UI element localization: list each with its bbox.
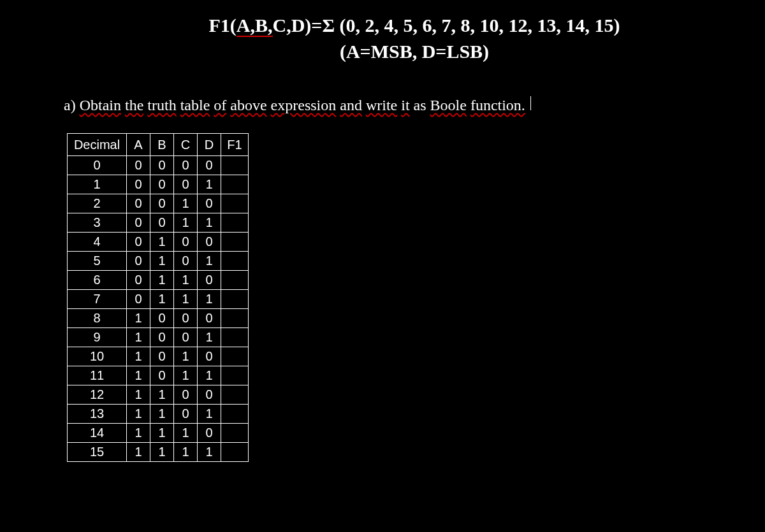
cell-c: 1: [174, 213, 198, 233]
cell-a: 1: [127, 385, 150, 405]
cell-d: 1: [198, 175, 221, 194]
cell-f1: [221, 309, 249, 328]
cell-c: 0: [174, 233, 198, 252]
cell-b: 1: [150, 252, 174, 271]
cell-a: 0: [127, 213, 150, 233]
table-row: 20010: [68, 194, 249, 213]
cell-f1: [221, 366, 249, 385]
cell-b: 0: [150, 309, 174, 328]
cell-c: 1: [174, 366, 198, 385]
cell-f1: [221, 233, 249, 252]
cell-a: 0: [127, 252, 150, 271]
cell-dec: 14: [68, 424, 127, 443]
title-block: F1(A,B,C,D)=Σ (0, 2, 4, 5, 6, 7, 8, 10, …: [64, 13, 727, 64]
truth-table-body: 00000 10001 20010 30011 40100 50101 6011…: [68, 156, 249, 462]
th-b: B: [150, 134, 174, 156]
cell-dec: 10: [68, 347, 127, 366]
question-word: it: [401, 97, 409, 113]
cell-d: 0: [198, 156, 221, 175]
cell-a: 1: [127, 424, 150, 443]
th-f1: F1: [221, 134, 249, 156]
cell-b: 0: [150, 328, 174, 347]
cell-b: 1: [150, 233, 174, 252]
th-decimal: Decimal: [68, 134, 127, 156]
question-word: table: [180, 97, 210, 113]
cell-c: 0: [174, 328, 198, 347]
table-row: 30011: [68, 213, 249, 233]
cell-f1: [221, 443, 249, 462]
cell-a: 0: [127, 194, 150, 213]
table-row: 81000: [68, 309, 249, 328]
cell-b: 1: [150, 443, 174, 462]
cell-a: 1: [127, 405, 150, 424]
question-word: of: [214, 97, 226, 113]
cell-a: 0: [127, 271, 150, 290]
question-word: expression: [271, 97, 337, 113]
question-a: a) Obtain the truth table of above expre…: [64, 96, 727, 114]
cell-dec: 13: [68, 405, 127, 424]
cell-f1: [221, 156, 249, 175]
cell-c: 1: [174, 424, 198, 443]
cell-f1: [221, 290, 249, 309]
cell-dec: 8: [68, 309, 127, 328]
cell-d: 1: [198, 443, 221, 462]
question-word: Boole: [430, 97, 467, 113]
table-row: 40100: [68, 233, 249, 252]
cell-c: 0: [174, 252, 198, 271]
cell-a: 1: [127, 443, 150, 462]
cell-f1: [221, 405, 249, 424]
cell-a: 0: [127, 290, 150, 309]
question-word: as: [414, 97, 426, 113]
question-word: and: [340, 97, 362, 113]
table-row: 00000: [68, 156, 249, 175]
cell-f1: [221, 328, 249, 347]
cell-dec: 5: [68, 252, 127, 271]
cell-f1: [221, 385, 249, 405]
cell-b: 0: [150, 213, 174, 233]
table-row: 70111: [68, 290, 249, 309]
cell-dec: 15: [68, 443, 127, 462]
cell-f1: [221, 424, 249, 443]
cell-b: 1: [150, 290, 174, 309]
table-row: 60110: [68, 271, 249, 290]
table-row: 151111: [68, 443, 249, 462]
cell-dec: 3: [68, 213, 127, 233]
cell-c: 0: [174, 175, 198, 194]
title-line-1: F1(A,B,C,D)=Σ (0, 2, 4, 5, 6, 7, 8, 10, …: [102, 13, 727, 39]
cell-c: 1: [174, 290, 198, 309]
cell-f1: [221, 347, 249, 366]
th-a: A: [127, 134, 150, 156]
cell-dec: 2: [68, 194, 127, 213]
table-header-row: Decimal A B C D F1: [68, 134, 249, 156]
cell-b: 0: [150, 156, 174, 175]
cell-f1: [221, 175, 249, 194]
cell-d: 0: [198, 347, 221, 366]
cell-c: 0: [174, 385, 198, 405]
cell-d: 0: [198, 309, 221, 328]
cell-b: 1: [150, 405, 174, 424]
cell-c: 1: [174, 194, 198, 213]
cell-d: 0: [198, 194, 221, 213]
cell-dec: 7: [68, 290, 127, 309]
cell-d: 0: [198, 271, 221, 290]
cell-c: 0: [174, 156, 198, 175]
text-cursor-icon: [530, 96, 531, 110]
title-vars-underlined: A,B,: [237, 15, 273, 37]
cell-d: 1: [198, 405, 221, 424]
cell-dec: 12: [68, 385, 127, 405]
cell-dec: 6: [68, 271, 127, 290]
cell-a: 0: [127, 156, 150, 175]
cell-d: 1: [198, 328, 221, 347]
cell-dec: 11: [68, 366, 127, 385]
cell-d: 0: [198, 385, 221, 405]
table-row: 131101: [68, 405, 249, 424]
cell-c: 1: [174, 443, 198, 462]
cell-d: 1: [198, 252, 221, 271]
cell-b: 1: [150, 271, 174, 290]
cell-dec: 9: [68, 328, 127, 347]
cell-a: 1: [127, 309, 150, 328]
cell-a: 0: [127, 175, 150, 194]
question-word: truth: [147, 97, 176, 113]
cell-b: 0: [150, 366, 174, 385]
question-word: above: [230, 97, 266, 113]
